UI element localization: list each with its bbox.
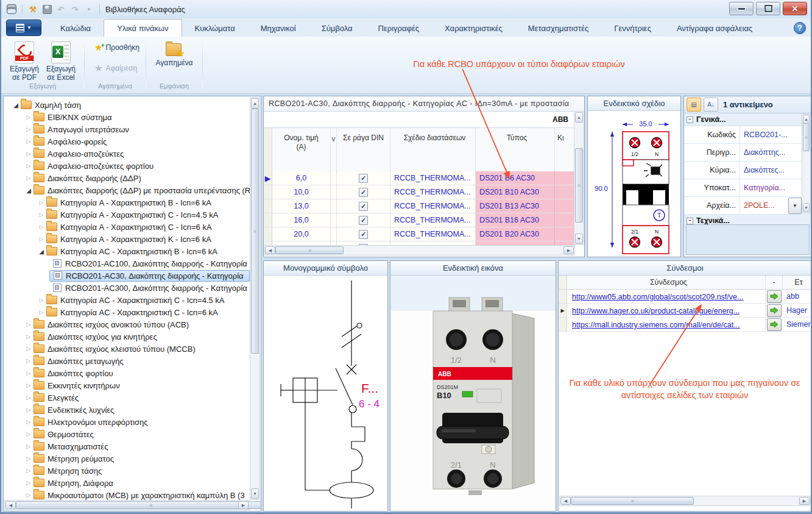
tree-item-label[interactable]: Κατηγορία A - Χαρακτηριστική K - Icn=6 k…	[60, 235, 211, 244]
cell-din-rail[interactable]: ✓	[337, 171, 390, 185]
link-row[interactable]: https://mall.industry.siemens.com/mall/e…	[559, 318, 811, 332]
tree-item[interactable]: ▷Διακόπτες ισχύος κλειστού τύπου (MCCB)	[5, 343, 250, 355]
tree-expand-arrow-icon[interactable]: ▷	[24, 407, 34, 413]
tree-expand-arrow-icon[interactable]: ▷	[24, 358, 34, 364]
column-header-dash[interactable]: -	[766, 276, 783, 289]
tree-expand-arrow-icon[interactable]: ▷	[24, 138, 34, 145]
link-row[interactable]: http://www05.abb.com/global/scot/scot209…	[559, 290, 811, 304]
application-menu-button[interactable]: ▼	[6, 20, 41, 36]
tree-expand-arrow-icon[interactable]: ▷	[24, 370, 34, 376]
column-header-value[interactable]: Ονομ. τιμή (A)	[272, 128, 331, 173]
tree-item[interactable]: ▷Εκκινητές κινητήρων	[5, 379, 250, 391]
tab-κυκλώματα[interactable]: Κυκλώματα	[182, 20, 248, 37]
tree-collapse-arrow-icon[interactable]: ◢	[37, 248, 46, 255]
dropdown-button[interactable]: ▼	[788, 198, 802, 214]
tab-χαρακτηριστικές[interactable]: Χαρακτηριστικές	[432, 20, 515, 37]
table-row[interactable]: ▶6,0✓RCCB_THERMOMA...DS201 B6 AC30	[264, 171, 575, 185]
help-button[interactable]: ?	[794, 22, 806, 34]
cell-nominal-value[interactable]: 10,0	[272, 185, 331, 199]
scroll-thumb[interactable]: ≡	[275, 246, 344, 254]
quick-access-dropdown-icon[interactable]: ▾	[83, 4, 94, 15]
tree-item[interactable]: ▷Ελεγκτές	[5, 391, 250, 404]
cell-type[interactable]: DS201 B13 AC30	[476, 199, 555, 213]
tree-expand-arrow-icon[interactable]: ▷	[24, 321, 34, 327]
wrench-icon[interactable]: ⚒	[27, 4, 38, 15]
tree-item-label[interactable]: Μέτρηση, Διάφορα	[48, 479, 113, 488]
tree-item[interactable]: ▷Μέτρηση ρεύματος	[5, 452, 250, 465]
tree-expand-arrow-icon[interactable]: ▷	[24, 431, 34, 437]
tree-item-label[interactable]: Εκκινητές κινητήρων	[48, 381, 120, 390]
database-icon[interactable]	[6, 4, 17, 15]
cell-nominal-value[interactable]: 6,0	[272, 171, 331, 185]
property-row[interactable]: Αρχεία...2POLE...▼	[684, 197, 811, 215]
column-header-link[interactable]: Σύνδεσμος	[567, 276, 766, 289]
scroll-left-button[interactable]: ◀	[265, 246, 275, 254]
property-row[interactable]: Περιγρ...Διακόπτης...	[684, 144, 811, 162]
column-header-drawing[interactable]: Σχέδιο διαστάσεων	[390, 128, 476, 173]
categorized-view-button[interactable]: ▤	[687, 98, 701, 112]
favorites-remove-button[interactable]: ★ Αφαίρεση	[91, 61, 141, 76]
export-excel-button[interactable]: Εξαγωγή σε Excel	[44, 40, 78, 82]
tree-expand-arrow-icon[interactable]: ▷	[24, 492, 34, 498]
tree-item-label[interactable]: Κατηγορία AC - Χαρακτηριστική C - Icn=6 …	[60, 308, 218, 317]
tab-περιγραφές[interactable]: Περιγραφές	[365, 20, 432, 37]
tree-item-label[interactable]: EIB/KNX σύστημα	[48, 113, 111, 122]
tree-expand-arrow-icon[interactable]: ▷	[24, 126, 34, 132]
maximize-button[interactable]	[756, 2, 780, 15]
table-row[interactable]: 16,0✓RCCB_THERMOMA...DS201 B16 AC30	[264, 213, 575, 227]
scroll-right-button[interactable]: ▶	[799, 497, 810, 505]
tree-item-label[interactable]: Διακόπτες ισχύος για κινητήρες	[48, 332, 157, 341]
checkbox-checked-icon[interactable]: ✓	[359, 188, 368, 197]
cell-dimension-drawing[interactable]: RCCB_THERMOMA...	[390, 227, 476, 241]
link-url[interactable]: http://www.hager.co.uk/product-catalogue…	[572, 307, 740, 315]
cell-dimension-drawing[interactable]: RCCB_THERMOMA...	[390, 185, 476, 199]
scroll-down-button[interactable]: ▼	[803, 203, 810, 212]
tree-item[interactable]: ▷Διακόπτες διαρροής (ΔΔΡ)	[5, 172, 250, 184]
tree-item-label[interactable]: Μέτρηση τάσης	[48, 466, 102, 476]
cell-type[interactable]: DS201 B16 AC30	[476, 213, 555, 227]
tree-item-label[interactable]: Κατηγορία A - Χαρακτηριστική C - Icn=4.5…	[60, 210, 218, 220]
tree-item[interactable]: ◢Διακόπτες διαρροής (ΔΔΡ) με προστασία υ…	[5, 184, 250, 196]
open-link-button[interactable]	[767, 318, 782, 331]
property-row[interactable]: Υποκατ...Κατηγορία...	[684, 179, 811, 197]
tree-horizontal-scrollbar[interactable]: ◀ ≡ ▶	[4, 500, 250, 510]
undo-icon[interactable]: ↶	[55, 4, 66, 15]
table-row[interactable]: 20,0✓RCCB_THERMOMA...DS201 B20 AC30	[264, 227, 575, 241]
show-favorites-button[interactable]: ★ Αγαπημένα	[154, 40, 194, 67]
scroll-up-button[interactable]: ▲	[575, 112, 583, 123]
scroll-thumb[interactable]: ≡	[571, 497, 694, 505]
scroll-down-button[interactable]: ▼	[575, 234, 583, 244]
scroll-right-button[interactable]: ▶	[563, 246, 574, 254]
tree-item-label[interactable]: Κατηγορία A - Χαρακτηριστική B - Icn=6 k…	[60, 198, 211, 207]
open-link-button[interactable]	[767, 290, 782, 303]
property-value[interactable]: Διακόπτες...	[740, 162, 811, 179]
link-company[interactable]: abb	[783, 292, 811, 301]
checkbox-checked-icon[interactable]: ✓	[359, 174, 368, 183]
tree-expand-arrow-icon[interactable]: ▷	[24, 346, 34, 352]
scroll-thumb[interactable]: ≡	[575, 148, 583, 223]
tab-γεννήτριες[interactable]: Γεννήτριες	[601, 20, 664, 37]
tree-vertical-scrollbar[interactable]: ▲ ≡ ▼	[250, 97, 260, 500]
scroll-thumb[interactable]: ≡	[803, 123, 810, 151]
cell-dimension-drawing[interactable]: RCCB_THERMOMA...	[390, 171, 476, 185]
tree-expand-arrow-icon[interactable]: ▷	[24, 480, 34, 486]
tree-collapse-arrow-icon[interactable]: ◢	[24, 187, 34, 194]
minimize-button[interactable]	[729, 2, 754, 15]
scroll-left-button[interactable]: ◀	[560, 497, 571, 505]
tree-item-label[interactable]: Ασφάλειο-φορείς	[48, 137, 107, 146]
tree-item[interactable]: ▷Ασφαλειο-αποζεύκτες	[5, 148, 250, 160]
collapse-icon[interactable]: −	[687, 116, 693, 123]
tree-item-label[interactable]: Απαγωγοί υπερτάσεων	[48, 125, 129, 134]
tree-item[interactable]: ▷Κατηγορία A - Χαρακτηριστική K - Icn=6 …	[5, 233, 250, 245]
scroll-thumb[interactable]: ≡	[251, 109, 259, 354]
tree-item-label[interactable]: Ασφαλειο-αποζεύκτες φορτίου	[48, 162, 154, 171]
tree-expand-arrow-icon[interactable]: ▷	[24, 114, 34, 120]
tree-item-label[interactable]: Διακόπτες ισχύος κλειστού τύπου (MCCB)	[48, 344, 196, 354]
cell-din-rail[interactable]: ✓	[337, 199, 390, 213]
tree-item[interactable]: ▷Κατηγορία AC - Χαρακτηριστική C - Icn=6…	[5, 306, 250, 318]
tree-item[interactable]: ▷Διακόπτες φορτίου	[5, 367, 250, 379]
tab-καλώδια[interactable]: Καλώδια	[48, 20, 104, 37]
tree-item-label[interactable]: RCBO201-AC30, Διακόπτης διαρροής - Κατηγ…	[66, 271, 244, 280]
tree-item-label[interactable]: Μέτρηση ρεύματος	[48, 454, 114, 463]
tree-item[interactable]: ◢Χαμηλή τάση	[5, 99, 250, 111]
